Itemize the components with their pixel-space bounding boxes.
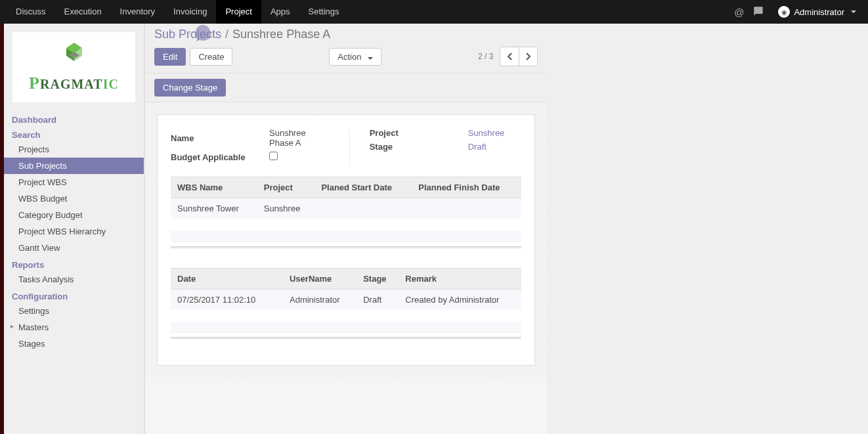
th-user[interactable]: UserName (283, 268, 357, 289)
caret-down-icon (368, 57, 373, 60)
logo: PRAGMATIC (12, 32, 136, 103)
cell-stage: Draft (357, 289, 399, 316)
nav-invoicing[interactable]: Invoicing (164, 0, 216, 24)
breadcrumb: Sub Projects / Sunshree Phase A (154, 28, 538, 41)
cell-wbs-name: Sunshree Tower (171, 198, 257, 225)
cell-date: 07/25/2017 11:02:10 (171, 289, 283, 316)
chevron-right-icon (525, 53, 531, 60)
cell-user: Administrator (283, 289, 357, 316)
cell-project: Sunshree (257, 198, 315, 225)
nav-execution[interactable]: Execution (55, 0, 111, 24)
control-panel: Sub Projects / Sunshree Phase A Edit Cre… (145, 24, 547, 74)
checkbox-budget (269, 152, 278, 160)
breadcrumb-current: Sunshree Phase A (232, 28, 330, 41)
change-stage-button[interactable]: Change Stage (154, 79, 226, 97)
sidebar-projects[interactable]: Projects (4, 141, 144, 158)
avatar-icon: ◉ (778, 6, 790, 18)
section-dashboard[interactable]: Dashboard (4, 111, 144, 126)
user-name: Administrator (794, 7, 844, 17)
table-empty-row (171, 225, 521, 242)
cell-remark: Created by Administrator (399, 289, 521, 316)
breadcrumb-sep: / (225, 28, 228, 41)
caret-down-icon (851, 11, 856, 13)
cell-finish (412, 198, 521, 225)
wbs-table: WBS Name Project Planed Start Date Plann… (171, 177, 521, 242)
nav-project[interactable]: Project (216, 0, 261, 24)
link-project[interactable]: Sunshree (468, 128, 505, 138)
nav-discuss[interactable]: Discuss (7, 0, 55, 24)
th-project[interactable]: Project (257, 177, 315, 198)
table-row[interactable]: Sunshree Tower Sunshree (171, 198, 521, 225)
th-start[interactable]: Planed Start Date (315, 177, 412, 198)
sidebar-tasks-analysis[interactable]: Tasks Analysis (4, 271, 144, 288)
sidebar-stages[interactable]: Stages (4, 336, 144, 352)
sidebar-settings[interactable]: Settings (4, 303, 144, 319)
sidebar-project-wbs-hierarchy[interactable]: Project WBS Hierarchy (4, 223, 144, 240)
sidebar-sub-projects[interactable]: Sub Projects (4, 158, 144, 174)
nav-apps[interactable]: Apps (261, 0, 299, 24)
sidebar-gantt-view[interactable]: Gantt View (4, 240, 144, 256)
action-label: Action (337, 52, 361, 62)
sidebar-category-budget[interactable]: Category Budget (4, 207, 144, 223)
cell-start (315, 198, 412, 225)
section-search[interactable]: Search (4, 126, 144, 141)
chat-icon[interactable] (753, 6, 764, 18)
link-stage[interactable]: Draft (468, 142, 487, 152)
table-footer-sep (171, 246, 521, 248)
th-date[interactable]: Date (171, 268, 283, 289)
th-remark[interactable]: Remark (399, 268, 521, 289)
label-name: Name (171, 133, 269, 143)
th-wbs-name[interactable]: WBS Name (171, 177, 257, 198)
pager-prev[interactable] (500, 47, 519, 66)
section-configuration[interactable]: Configuration (4, 288, 144, 303)
sidebar-project-wbs[interactable]: Project WBS (4, 174, 144, 190)
sidebar-masters[interactable]: Masters (4, 319, 144, 336)
status-bar: Change Stage (145, 74, 547, 102)
chevron-left-icon (507, 53, 513, 60)
logo-cube-icon (60, 41, 89, 68)
content-area: Sub Projects / Sunshree Phase A Edit Cre… (144, 24, 547, 434)
edit-button[interactable]: Edit (154, 48, 186, 66)
nav-settings[interactable]: Settings (299, 0, 349, 24)
log-table: Date UserName Stage Remark 07/25/2017 11… (171, 268, 521, 334)
pager-text[interactable]: 2 / 3 (478, 52, 493, 61)
pager-buttons (500, 47, 538, 66)
th-stage[interactable]: Stage (357, 268, 399, 289)
sidebar: PRAGMATIC Dashboard Search Projects Sub … (4, 24, 144, 434)
pager-next[interactable] (519, 47, 537, 66)
form-sheet: Name Sunshree Phase A Budget Applicable … (157, 114, 535, 366)
value-name: Sunshree Phase A (269, 128, 323, 148)
at-icon[interactable]: @ (734, 7, 744, 18)
create-button[interactable]: Create (190, 48, 232, 66)
nav-inventory[interactable]: Inventory (111, 0, 164, 24)
top-nav: Discuss Execution Inventory Invoicing Pr… (0, 0, 868, 24)
table-footer-sep (171, 337, 521, 339)
label-project: Project (370, 128, 468, 138)
label-stage: Stage (370, 142, 468, 152)
action-dropdown[interactable]: Action (329, 48, 381, 66)
section-reports[interactable]: Reports (4, 256, 144, 271)
label-budget: Budget Applicable (171, 152, 269, 162)
logo-text: PRAGMATIC (18, 74, 130, 93)
sidebar-wbs-budget[interactable]: WBS Budget (4, 190, 144, 207)
table-empty-row (171, 316, 521, 333)
user-menu[interactable]: ◉ Administrator (773, 6, 861, 18)
th-finish[interactable]: Planned Finish Date (412, 177, 521, 198)
table-row[interactable]: 07/25/2017 11:02:10 Administrator Draft … (171, 289, 521, 316)
breadcrumb-parent[interactable]: Sub Projects (154, 28, 221, 41)
